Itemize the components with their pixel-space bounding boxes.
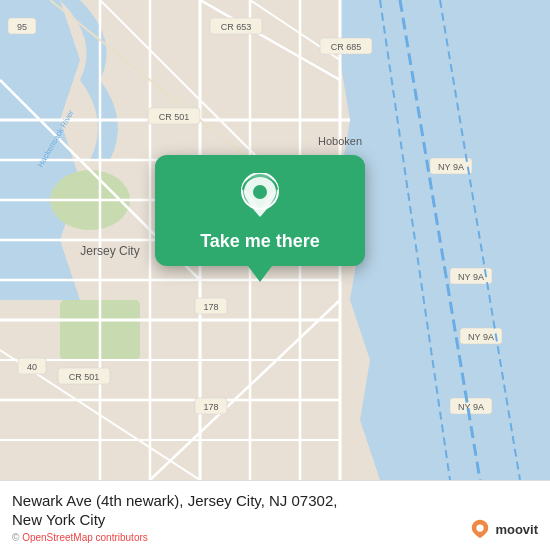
location-pin-icon	[240, 173, 280, 221]
svg-text:NY 9A: NY 9A	[438, 162, 464, 172]
svg-text:40: 40	[27, 362, 37, 372]
svg-text:CR 685: CR 685	[331, 42, 362, 52]
footer: Newark Ave (4th newark), Jersey City, NJ…	[0, 480, 550, 550]
take-me-there-popup[interactable]: Take me there	[155, 155, 365, 266]
svg-text:CR 501: CR 501	[159, 112, 190, 122]
footer-address: Newark Ave (4th newark), Jersey City, NJ…	[12, 491, 538, 530]
svg-text:CR 653: CR 653	[221, 22, 252, 32]
svg-point-62	[477, 524, 484, 531]
svg-text:NY 9A: NY 9A	[458, 402, 484, 412]
osm-attribution: © OpenStreetMap contributors	[12, 532, 538, 543]
address-line2: New York City	[12, 511, 105, 528]
moovit-label: moovit	[495, 522, 538, 537]
popup-label: Take me there	[200, 231, 320, 252]
svg-text:95: 95	[17, 22, 27, 32]
moovit-logo: moovit	[469, 518, 538, 540]
svg-text:178: 178	[203, 402, 218, 412]
moovit-pin-icon	[469, 518, 491, 540]
svg-text:NY 9A: NY 9A	[458, 272, 484, 282]
svg-point-61	[253, 185, 267, 199]
svg-text:CR 501: CR 501	[69, 372, 100, 382]
svg-text:Hoboken: Hoboken	[318, 135, 362, 147]
map-view: CR 653 CR 685 CR 501 Hoboken Jersey City…	[0, 0, 550, 480]
osm-link[interactable]: OpenStreetMap contributors	[22, 532, 148, 543]
address-line1: Newark Ave (4th newark), Jersey City, NJ…	[12, 492, 337, 509]
svg-text:NY 9A: NY 9A	[468, 332, 494, 342]
svg-text:178: 178	[203, 302, 218, 312]
svg-text:Jersey City: Jersey City	[80, 244, 139, 258]
